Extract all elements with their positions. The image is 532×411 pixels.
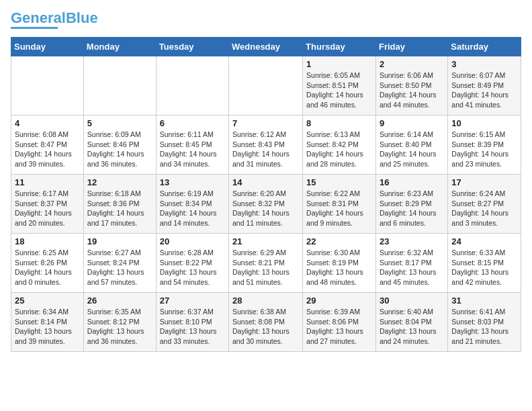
day-info: Sunrise: 6:18 AM Sunset: 8:36 PM Dayligh…	[87, 189, 152, 228]
day-info: Sunrise: 6:22 AM Sunset: 8:31 PM Dayligh…	[306, 189, 372, 228]
calendar-cell: 3Sunrise: 6:07 AM Sunset: 8:49 PM Daylig…	[448, 56, 521, 116]
calendar-cell: 9Sunrise: 6:14 AM Sunset: 8:40 PM Daylig…	[375, 116, 447, 175]
day-info: Sunrise: 6:20 AM Sunset: 8:32 PM Dayligh…	[232, 189, 299, 228]
day-number: 25	[15, 295, 80, 306]
day-number: 5	[87, 118, 152, 128]
day-info: Sunrise: 6:09 AM Sunset: 8:46 PM Dayligh…	[87, 130, 152, 169]
calendar-cell: 14Sunrise: 6:20 AM Sunset: 8:32 PM Dayli…	[229, 175, 303, 234]
day-info: Sunrise: 6:11 AM Sunset: 8:45 PM Dayligh…	[160, 130, 225, 169]
calendar-cell: 16Sunrise: 6:23 AM Sunset: 8:29 PM Dayli…	[375, 175, 447, 234]
day-info: Sunrise: 6:15 AM Sunset: 8:39 PM Dayligh…	[451, 130, 517, 169]
day-info: Sunrise: 6:14 AM Sunset: 8:40 PM Dayligh…	[380, 130, 444, 169]
day-number: 3	[451, 59, 517, 69]
calendar-cell: 17Sunrise: 6:24 AM Sunset: 8:27 PM Dayli…	[448, 175, 521, 234]
calendar-cell: 6Sunrise: 6:11 AM Sunset: 8:45 PM Daylig…	[156, 116, 228, 175]
calendar-cell: 24Sunrise: 6:33 AM Sunset: 8:15 PM Dayli…	[448, 234, 521, 293]
day-number: 29	[306, 295, 372, 306]
calendar-cell: 1Sunrise: 6:05 AM Sunset: 8:51 PM Daylig…	[303, 56, 376, 116]
day-number: 18	[15, 236, 80, 246]
day-info: Sunrise: 6:27 AM Sunset: 8:24 PM Dayligh…	[87, 248, 152, 287]
calendar: SundayMondayTuesdayWednesdayThursdayFrid…	[11, 37, 521, 352]
weekday-header-sunday: Sunday	[11, 38, 84, 56]
calendar-cell: 2Sunrise: 6:06 AM Sunset: 8:50 PM Daylig…	[375, 56, 447, 116]
day-number: 11	[15, 177, 80, 187]
day-number: 10	[451, 118, 517, 128]
calendar-cell: 29Sunrise: 6:39 AM Sunset: 8:06 PM Dayli…	[303, 293, 376, 352]
day-info: Sunrise: 6:37 AM Sunset: 8:10 PM Dayligh…	[160, 307, 225, 347]
day-number: 22	[306, 236, 372, 246]
calendar-cell: 21Sunrise: 6:29 AM Sunset: 8:21 PM Dayli…	[229, 234, 303, 293]
calendar-cell: 11Sunrise: 6:17 AM Sunset: 8:37 PM Dayli…	[11, 175, 84, 234]
calendar-cell: 27Sunrise: 6:37 AM Sunset: 8:10 PM Dayli…	[156, 293, 228, 352]
weekday-header-friday: Friday	[375, 38, 447, 56]
calendar-cell: 31Sunrise: 6:41 AM Sunset: 8:03 PM Dayli…	[448, 293, 521, 352]
calendar-cell: 19Sunrise: 6:27 AM Sunset: 8:24 PM Dayli…	[83, 234, 156, 293]
day-number: 6	[160, 118, 225, 128]
day-number: 28	[232, 295, 299, 306]
calendar-cell: 13Sunrise: 6:19 AM Sunset: 8:34 PM Dayli…	[156, 175, 228, 234]
logo-blue: Blue	[66, 9, 98, 26]
week-row-5: 25Sunrise: 6:34 AM Sunset: 8:14 PM Dayli…	[11, 293, 521, 352]
week-row-4: 18Sunrise: 6:25 AM Sunset: 8:26 PM Dayli…	[11, 234, 521, 293]
day-number: 12	[87, 177, 152, 187]
day-info: Sunrise: 6:08 AM Sunset: 8:47 PM Dayligh…	[15, 130, 80, 169]
day-info: Sunrise: 6:07 AM Sunset: 8:49 PM Dayligh…	[451, 71, 517, 110]
calendar-cell	[11, 56, 84, 116]
day-info: Sunrise: 6:38 AM Sunset: 8:08 PM Dayligh…	[232, 307, 299, 347]
calendar-cell	[229, 56, 303, 116]
logo-text: GeneralBlue	[11, 11, 98, 26]
calendar-cell: 8Sunrise: 6:13 AM Sunset: 8:42 PM Daylig…	[303, 116, 376, 175]
day-info: Sunrise: 6:28 AM Sunset: 8:22 PM Dayligh…	[160, 248, 225, 287]
calendar-cell: 22Sunrise: 6:30 AM Sunset: 8:19 PM Dayli…	[303, 234, 376, 293]
day-info: Sunrise: 6:29 AM Sunset: 8:21 PM Dayligh…	[232, 248, 299, 287]
day-number: 4	[15, 118, 80, 128]
logo: GeneralBlue	[11, 11, 98, 29]
calendar-cell: 10Sunrise: 6:15 AM Sunset: 8:39 PM Dayli…	[448, 116, 521, 175]
calendar-cell: 28Sunrise: 6:38 AM Sunset: 8:08 PM Dayli…	[229, 293, 303, 352]
calendar-cell: 30Sunrise: 6:40 AM Sunset: 8:04 PM Dayli…	[375, 293, 447, 352]
weekday-header-tuesday: Tuesday	[156, 38, 228, 56]
day-info: Sunrise: 6:30 AM Sunset: 8:19 PM Dayligh…	[306, 248, 372, 287]
day-number: 13	[160, 177, 225, 187]
day-info: Sunrise: 6:40 AM Sunset: 8:04 PM Dayligh…	[380, 307, 444, 347]
day-number: 19	[87, 236, 152, 246]
calendar-cell: 7Sunrise: 6:12 AM Sunset: 8:43 PM Daylig…	[229, 116, 303, 175]
day-info: Sunrise: 6:06 AM Sunset: 8:50 PM Dayligh…	[380, 71, 444, 110]
day-number: 26	[87, 295, 152, 306]
day-number: 24	[451, 236, 517, 246]
week-row-3: 11Sunrise: 6:17 AM Sunset: 8:37 PM Dayli…	[11, 175, 521, 234]
day-info: Sunrise: 6:17 AM Sunset: 8:37 PM Dayligh…	[15, 189, 80, 228]
calendar-cell	[83, 56, 156, 116]
day-number: 21	[232, 236, 299, 246]
week-row-1: 1Sunrise: 6:05 AM Sunset: 8:51 PM Daylig…	[11, 56, 521, 116]
day-info: Sunrise: 6:24 AM Sunset: 8:27 PM Dayligh…	[451, 189, 517, 228]
day-info: Sunrise: 6:19 AM Sunset: 8:34 PM Dayligh…	[160, 189, 225, 228]
day-info: Sunrise: 6:25 AM Sunset: 8:26 PM Dayligh…	[15, 248, 80, 287]
weekday-header-monday: Monday	[83, 38, 156, 56]
day-number: 27	[160, 295, 225, 306]
day-info: Sunrise: 6:13 AM Sunset: 8:42 PM Dayligh…	[306, 130, 372, 169]
day-number: 16	[380, 177, 444, 187]
calendar-cell: 18Sunrise: 6:25 AM Sunset: 8:26 PM Dayli…	[11, 234, 84, 293]
weekday-header-thursday: Thursday	[303, 38, 376, 56]
calendar-cell: 25Sunrise: 6:34 AM Sunset: 8:14 PM Dayli…	[11, 293, 84, 352]
day-number: 15	[306, 177, 372, 187]
header: GeneralBlue	[11, 11, 521, 29]
weekday-header-wednesday: Wednesday	[229, 38, 303, 56]
day-info: Sunrise: 6:35 AM Sunset: 8:12 PM Dayligh…	[87, 307, 152, 347]
calendar-cell: 23Sunrise: 6:32 AM Sunset: 8:17 PM Dayli…	[375, 234, 447, 293]
day-number: 17	[451, 177, 517, 187]
day-number: 1	[306, 59, 372, 69]
weekday-header-saturday: Saturday	[448, 38, 521, 56]
day-number: 31	[451, 295, 517, 306]
day-info: Sunrise: 6:41 AM Sunset: 8:03 PM Dayligh…	[451, 307, 517, 347]
day-info: Sunrise: 6:23 AM Sunset: 8:29 PM Dayligh…	[380, 189, 444, 228]
calendar-cell: 4Sunrise: 6:08 AM Sunset: 8:47 PM Daylig…	[11, 116, 84, 175]
logo-general: General	[11, 9, 66, 26]
day-number: 7	[232, 118, 299, 128]
day-number: 20	[160, 236, 225, 246]
calendar-cell: 5Sunrise: 6:09 AM Sunset: 8:46 PM Daylig…	[83, 116, 156, 175]
day-info: Sunrise: 6:32 AM Sunset: 8:17 PM Dayligh…	[380, 248, 444, 287]
weekday-header-row: SundayMondayTuesdayWednesdayThursdayFrid…	[11, 38, 521, 56]
day-number: 2	[380, 59, 444, 69]
